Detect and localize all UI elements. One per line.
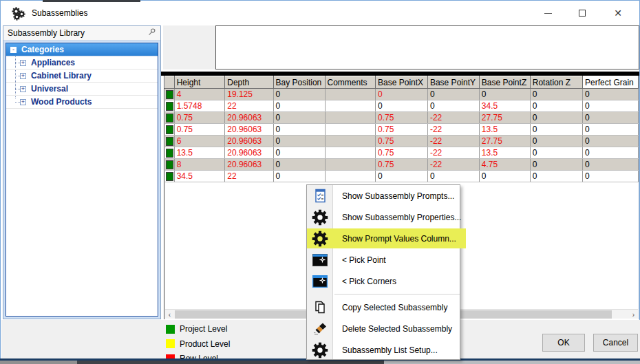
grid-cell[interactable]: 22 (225, 100, 273, 112)
expand-icon[interactable]: + (20, 60, 26, 66)
grid-cell[interactable]: 20.96063 (225, 124, 273, 136)
grid-cell[interactable]: 13.5 (479, 147, 530, 159)
grid-cell[interactable]: 0 (273, 89, 325, 100)
scroll-left-icon[interactable]: ‹ (165, 310, 174, 319)
row-indicator-cell[interactable] (165, 124, 175, 136)
grid-cell[interactable]: 0 (530, 136, 582, 147)
grid-cell[interactable]: 0 (427, 89, 479, 100)
grid-cell[interactable]: -22 (427, 159, 479, 171)
menu-item-show-subassembly-properties[interactable]: Show Subassembly Properties... (307, 206, 460, 228)
menu-item-pick-corners[interactable]: < Pick Corners (307, 270, 460, 292)
grid-cell[interactable]: 0 (427, 100, 479, 112)
grid-cell[interactable]: 0 (273, 136, 325, 147)
expand-icon[interactable]: + (20, 86, 26, 92)
column-header-bay-position[interactable]: Bay Position (273, 76, 325, 89)
grid-cell[interactable]: 0 (530, 159, 582, 171)
collapse-icon[interactable]: - (10, 47, 17, 53)
grid-cell[interactable]: 0 (273, 100, 325, 112)
grid-cell[interactable]: 0 (376, 89, 428, 100)
grid-cell[interactable] (325, 171, 376, 182)
grid-cell[interactable]: 0 (273, 171, 325, 182)
column-header-perfect-grain[interactable]: Perfect Grain (583, 76, 639, 89)
grid-cell[interactable] (325, 112, 376, 124)
grid-cell[interactable]: 0 (273, 124, 325, 136)
grid-cell[interactable]: 0 (583, 89, 639, 100)
grid-cell[interactable]: 0 (583, 124, 639, 136)
grid-cell[interactable]: 0 (273, 159, 325, 171)
grid-cell[interactable]: 0 (427, 171, 479, 182)
grid-cell[interactable]: 4.75 (479, 159, 530, 171)
grid-cell[interactable]: 22 (225, 171, 273, 182)
grid-cell[interactable]: 0.75 (376, 124, 428, 136)
grid-cell[interactable]: 34.5 (174, 171, 225, 182)
grid-cell[interactable]: 0 (583, 136, 639, 147)
grid-cell[interactable]: -22 (427, 112, 479, 124)
grid-cell[interactable] (325, 124, 376, 136)
grid-cell[interactable]: 4 (174, 89, 225, 100)
grid-cell[interactable]: 0 (479, 89, 530, 100)
grid-cell[interactable]: 6 (174, 136, 225, 147)
close-button[interactable]: ✕ (604, 3, 632, 23)
grid-cell[interactable]: 0 (530, 124, 582, 136)
column-header-base-pointx[interactable]: Base PointX (376, 76, 428, 89)
grid-cell[interactable]: 34.5 (479, 100, 530, 112)
grid-cell[interactable]: 13.5 (174, 147, 225, 159)
menu-item-show-prompt-values-column[interactable]: Show Prompt Values Column... (307, 228, 460, 249)
column-header-comments[interactable]: Comments (325, 76, 376, 89)
grid-cell[interactable]: 20.96063 (225, 159, 273, 171)
grid-cell[interactable]: 27.75 (479, 136, 530, 147)
grid-cell[interactable] (325, 159, 376, 171)
row-level-indicator[interactable] (166, 125, 173, 134)
grid-cell[interactable]: 0 (530, 171, 582, 182)
grid-cell[interactable]: 0 (530, 112, 582, 124)
row-level-indicator[interactable] (166, 160, 173, 169)
grid-cell[interactable]: -22 (427, 136, 479, 147)
ok-button[interactable]: OK (542, 334, 585, 352)
grid-cell[interactable] (325, 136, 376, 147)
pin-icon[interactable] (147, 28, 156, 39)
grid-cell[interactable]: 0 (583, 100, 639, 112)
column-header-rotation-z[interactable]: Rotation Z (530, 76, 582, 89)
menu-item-delete-selected-subassembly[interactable]: Delete Selected Subassembly (307, 318, 460, 339)
grid-cell[interactable]: 0 (479, 171, 530, 182)
grid-cell[interactable]: 20.96063 (225, 136, 273, 147)
row-indicator-cell[interactable] (165, 112, 175, 124)
row-indicator-cell[interactable] (165, 100, 175, 112)
grid-cell[interactable]: 8 (174, 159, 225, 171)
row-level-indicator[interactable] (166, 114, 173, 122)
row-level-indicator[interactable] (166, 172, 173, 181)
menu-item-show-subassembly-prompts[interactable]: Show Subassembly Prompts... (307, 185, 460, 206)
grid-cell[interactable]: 0 (530, 147, 582, 159)
row-level-indicator[interactable] (166, 149, 173, 158)
column-header-height[interactable]: Height (174, 76, 225, 89)
tree-item-appliances[interactable]: +Appliances (6, 56, 158, 69)
column-header-base-pointz[interactable]: Base PointZ (479, 76, 530, 89)
grid-cell[interactable]: -22 (427, 147, 479, 159)
maximize-button[interactable] (568, 3, 596, 23)
grid-cell[interactable]: 20.96063 (225, 112, 273, 124)
grid-cell[interactable] (325, 147, 376, 159)
expand-icon[interactable]: + (20, 73, 26, 79)
row-indicator-header[interactable] (165, 76, 175, 89)
grid-cell[interactable]: 0.75 (174, 112, 225, 124)
grid-cell[interactable]: 0.75 (376, 159, 428, 171)
tree-item-wood-products[interactable]: +Wood Products (6, 96, 158, 109)
grid-cell[interactable]: 0.75 (376, 147, 428, 159)
grid-cell[interactable]: 0 (273, 147, 325, 159)
row-indicator-cell[interactable] (165, 147, 175, 159)
grid-cell[interactable] (325, 100, 376, 112)
grid-cell[interactable]: 0.75 (174, 124, 225, 136)
grid-cell[interactable] (325, 89, 376, 100)
tree-item-universal[interactable]: +Universal (6, 83, 158, 96)
cancel-button[interactable]: Cancel (593, 334, 638, 352)
grid-cell[interactable]: 0.75 (376, 112, 428, 124)
grid-cell[interactable]: 13.5 (479, 124, 530, 136)
row-level-indicator[interactable] (166, 102, 173, 111)
row-level-indicator[interactable] (166, 137, 173, 146)
row-indicator-cell[interactable] (165, 89, 175, 100)
column-header-depth[interactable]: Depth (225, 76, 273, 89)
grid-cell[interactable]: 0.75 (376, 136, 428, 147)
grid-cell[interactable]: 0 (583, 112, 639, 124)
grid-cell[interactable]: 0 (376, 100, 428, 112)
grid-cell[interactable]: 0 (376, 171, 428, 182)
